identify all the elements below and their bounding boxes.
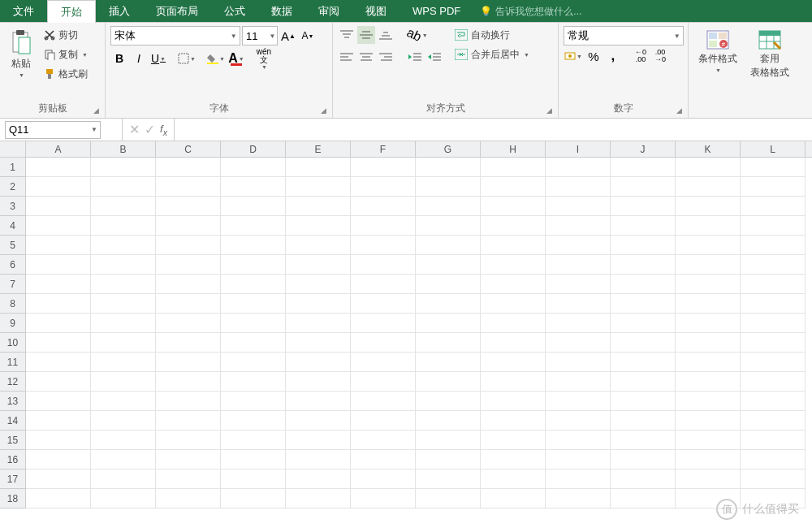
cell[interactable] (286, 392, 351, 411)
cell[interactable] (156, 333, 221, 353)
cell[interactable] (741, 470, 806, 489)
col-header[interactable]: K (676, 141, 741, 157)
cell[interactable] (286, 236, 351, 255)
cell[interactable] (416, 177, 481, 197)
cell[interactable] (676, 216, 741, 236)
cell[interactable] (481, 158, 546, 177)
cell[interactable] (351, 158, 416, 177)
cell[interactable] (546, 177, 611, 197)
cell[interactable] (676, 255, 741, 275)
cell[interactable] (416, 236, 481, 255)
cell[interactable] (26, 314, 91, 333)
cell[interactable] (286, 470, 351, 489)
cell[interactable] (611, 275, 676, 294)
cell[interactable] (221, 158, 286, 177)
cell[interactable] (221, 392, 286, 411)
cell[interactable] (416, 489, 481, 509)
cell[interactable] (481, 489, 546, 509)
cell[interactable] (741, 372, 806, 392)
col-header[interactable]: C (156, 141, 221, 157)
cell[interactable] (546, 333, 611, 353)
cell[interactable] (481, 450, 546, 470)
cell[interactable] (546, 470, 611, 489)
orientation-button[interactable]: ab▼ (406, 26, 429, 44)
cell[interactable] (741, 392, 806, 411)
merge-center-button[interactable]: 合并后居中 ▼ (451, 45, 533, 63)
cell[interactable] (156, 372, 221, 392)
cell[interactable] (156, 177, 221, 197)
cell[interactable] (351, 470, 416, 489)
cell[interactable] (221, 450, 286, 470)
cell[interactable] (26, 392, 91, 411)
row-header[interactable]: 14 (0, 411, 26, 431)
cell[interactable] (156, 236, 221, 255)
cell[interactable] (481, 236, 546, 255)
cell[interactable] (286, 216, 351, 236)
row-header[interactable]: 16 (0, 450, 26, 470)
increase-indent-button[interactable] (425, 48, 443, 66)
tab-insert[interactable]: 插入 (96, 0, 143, 22)
confirm-icon[interactable]: ✓ (145, 122, 155, 137)
cell[interactable] (91, 216, 156, 236)
cell[interactable] (221, 216, 286, 236)
wrap-text-button[interactable]: 自动换行 (451, 26, 533, 44)
format-painter-button[interactable]: 格式刷 (41, 65, 91, 83)
cell[interactable] (26, 216, 91, 236)
cell[interactable] (351, 255, 416, 275)
cell[interactable] (221, 294, 286, 314)
cell[interactable] (156, 314, 221, 333)
cell[interactable] (546, 314, 611, 333)
cell[interactable] (91, 314, 156, 333)
cell[interactable] (546, 275, 611, 294)
col-header[interactable]: F (351, 141, 416, 157)
cell[interactable] (416, 353, 481, 372)
cell[interactable] (611, 236, 676, 255)
row-header[interactable]: 12 (0, 372, 26, 392)
cell[interactable] (546, 411, 611, 431)
cell[interactable] (676, 353, 741, 372)
cancel-icon[interactable]: ✕ (129, 122, 140, 137)
align-right-button[interactable] (377, 48, 395, 66)
conditional-format-button[interactable]: ≠ 条件格式 ▼ (693, 26, 742, 76)
row-header[interactable]: 6 (0, 255, 26, 275)
cell[interactable] (481, 411, 546, 431)
cell[interactable] (416, 158, 481, 177)
cell[interactable] (546, 294, 611, 314)
cell[interactable] (546, 216, 611, 236)
cell[interactable] (676, 431, 741, 450)
cell[interactable] (26, 372, 91, 392)
cell[interactable] (91, 177, 156, 197)
cell[interactable] (221, 470, 286, 489)
cell[interactable] (546, 236, 611, 255)
cell[interactable] (156, 411, 221, 431)
cell[interactable] (676, 333, 741, 353)
cell[interactable] (416, 470, 481, 489)
cell[interactable] (351, 177, 416, 197)
cell[interactable] (156, 255, 221, 275)
row-header[interactable]: 1 (0, 158, 26, 177)
tab-review[interactable]: 审阅 (305, 0, 352, 22)
underline-button[interactable]: U▼ (149, 50, 167, 67)
cell[interactable] (741, 411, 806, 431)
cell[interactable] (351, 236, 416, 255)
row-header[interactable]: 11 (0, 353, 26, 372)
cell[interactable] (91, 294, 156, 314)
cell[interactable] (546, 197, 611, 216)
col-header[interactable]: D (221, 141, 286, 157)
col-header[interactable]: E (286, 141, 351, 157)
cell[interactable] (741, 177, 806, 197)
currency-button[interactable]: ▼ (564, 47, 583, 65)
cell[interactable] (221, 489, 286, 509)
font-size-input[interactable] (243, 30, 268, 42)
cell[interactable] (351, 314, 416, 333)
cell[interactable] (741, 197, 806, 216)
cell[interactable] (221, 372, 286, 392)
cell[interactable] (416, 197, 481, 216)
align-middle-button[interactable] (357, 26, 375, 44)
cell[interactable] (611, 177, 676, 197)
cell[interactable] (156, 275, 221, 294)
cell[interactable] (481, 255, 546, 275)
cell[interactable] (611, 431, 676, 450)
cell[interactable] (221, 411, 286, 431)
cell[interactable] (351, 353, 416, 372)
